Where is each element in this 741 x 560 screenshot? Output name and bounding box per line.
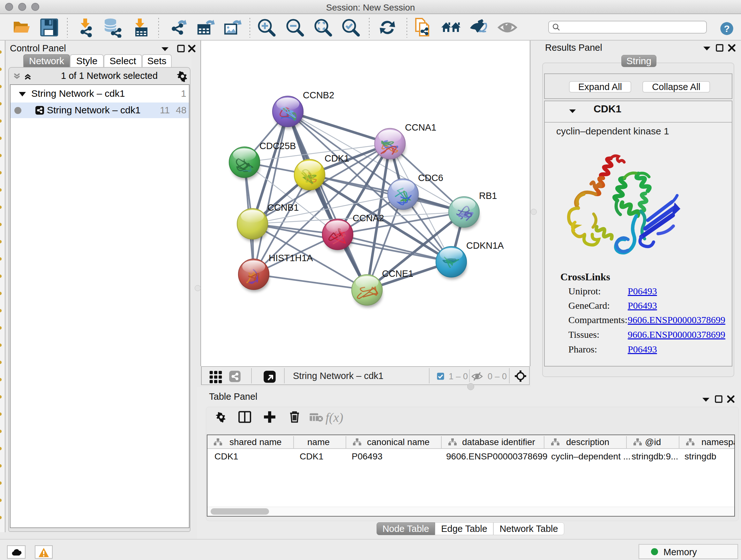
svg-text:CCNB1: CCNB1 [267, 202, 299, 212]
svg-text:RB1: RB1 [479, 191, 497, 201]
svg-text:CDC6: CDC6 [418, 173, 443, 183]
svg-text:?: ? [724, 23, 730, 34]
svg-text:CDC25B: CDC25B [259, 141, 296, 151]
svg-text:HIST1H1A: HIST1H1A [269, 253, 313, 263]
svg-text:CCNE1: CCNE1 [382, 268, 413, 279]
svg-text:CCNA2: CCNA2 [353, 213, 384, 223]
svg-text:CDKN1A: CDKN1A [466, 240, 504, 251]
svg-text:CCNB2: CCNB2 [303, 90, 334, 100]
svg-text:CDK1: CDK1 [325, 153, 349, 164]
svg-text:CCNA1: CCNA1 [405, 122, 436, 132]
